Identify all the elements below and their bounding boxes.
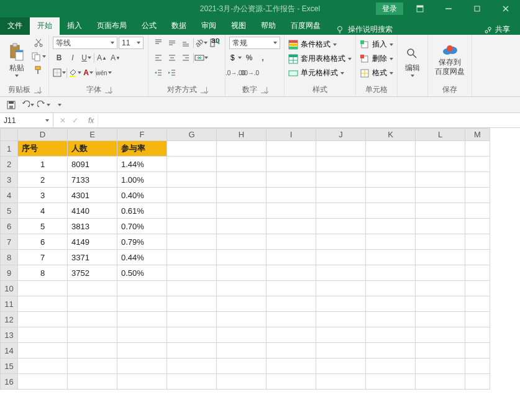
cell[interactable]: 8 bbox=[18, 265, 68, 281]
cell[interactable]: 0.61% bbox=[117, 203, 167, 219]
cell[interactable] bbox=[267, 343, 316, 358]
cell[interactable] bbox=[416, 141, 465, 157]
cell[interactable]: 4149 bbox=[68, 234, 117, 250]
column-header[interactable]: E bbox=[68, 129, 117, 141]
enter-formula-button[interactable]: ✓ bbox=[72, 116, 78, 125]
row-header[interactable]: 9 bbox=[1, 265, 18, 281]
row-header[interactable]: 2 bbox=[1, 157, 18, 172]
row-header[interactable]: 6 bbox=[1, 219, 18, 234]
formula-input[interactable] bbox=[98, 113, 520, 127]
cell[interactable] bbox=[316, 327, 366, 343]
cell[interactable] bbox=[366, 296, 416, 312]
comma-button[interactable]: , bbox=[257, 52, 269, 64]
cell[interactable]: 3752 bbox=[68, 265, 117, 281]
save-button[interactable] bbox=[5, 99, 17, 111]
font-size-combo[interactable]: 11 bbox=[119, 37, 144, 49]
cell[interactable] bbox=[366, 265, 416, 281]
cell[interactable] bbox=[366, 358, 416, 374]
cell[interactable] bbox=[316, 188, 366, 203]
cell[interactable] bbox=[68, 358, 117, 374]
cell-styles-button[interactable]: 单元格样式 bbox=[288, 68, 352, 78]
tab-baidu[interactable]: 百度网盘 bbox=[283, 17, 328, 35]
align-left-button[interactable] bbox=[152, 52, 165, 64]
cut-button[interactable] bbox=[32, 37, 45, 49]
font-color-button[interactable]: A bbox=[82, 66, 94, 79]
redo-button[interactable] bbox=[37, 99, 50, 111]
cell[interactable] bbox=[267, 157, 316, 172]
cell[interactable] bbox=[316, 157, 366, 172]
cell[interactable] bbox=[267, 188, 316, 203]
accounting-format-button[interactable]: $ bbox=[229, 52, 242, 64]
cell[interactable] bbox=[366, 157, 416, 172]
cell[interactable] bbox=[117, 343, 167, 358]
cell[interactable] bbox=[217, 172, 267, 188]
cancel-formula-button[interactable]: ✕ bbox=[60, 116, 66, 125]
column-header[interactable]: F bbox=[117, 129, 167, 141]
name-box[interactable]: J11 bbox=[0, 113, 53, 127]
cell[interactable] bbox=[416, 296, 465, 312]
cell[interactable] bbox=[465, 312, 490, 327]
cell[interactable] bbox=[117, 374, 167, 390]
cell[interactable] bbox=[167, 203, 217, 219]
cell[interactable] bbox=[267, 172, 316, 188]
cell[interactable] bbox=[217, 250, 267, 265]
cell[interactable] bbox=[416, 172, 465, 188]
cell[interactable] bbox=[366, 374, 416, 390]
tab-formula[interactable]: 公式 bbox=[134, 17, 164, 35]
cell[interactable] bbox=[68, 374, 117, 390]
align-bottom-button[interactable] bbox=[180, 37, 192, 49]
cell[interactable] bbox=[217, 219, 267, 234]
cell[interactable] bbox=[18, 358, 68, 374]
align-center-button[interactable] bbox=[166, 52, 178, 64]
login-button[interactable]: 登录 bbox=[376, 2, 403, 15]
cell[interactable]: 6 bbox=[18, 234, 68, 250]
align-middle-button[interactable] bbox=[166, 37, 178, 49]
align-top-button[interactable] bbox=[152, 37, 165, 49]
tab-layout[interactable]: 页面布局 bbox=[89, 17, 134, 35]
wrap-text-button[interactable]: ab bbox=[209, 37, 221, 49]
row-header[interactable]: 12 bbox=[1, 312, 18, 327]
cell[interactable] bbox=[217, 343, 267, 358]
cell[interactable] bbox=[366, 281, 416, 296]
share-button[interactable]: 共享 bbox=[479, 24, 515, 35]
cell[interactable] bbox=[167, 265, 217, 281]
paste-button[interactable]: 粘贴 bbox=[4, 37, 30, 83]
cell[interactable] bbox=[316, 312, 366, 327]
cell[interactable] bbox=[416, 327, 465, 343]
cell[interactable] bbox=[465, 250, 490, 265]
cell[interactable] bbox=[416, 188, 465, 203]
column-header[interactable]: H bbox=[217, 129, 267, 141]
cell[interactable]: 0.40% bbox=[117, 188, 167, 203]
cell[interactable] bbox=[416, 374, 465, 390]
cell[interactable] bbox=[167, 234, 217, 250]
cell[interactable]: 0.50% bbox=[117, 265, 167, 281]
cell[interactable] bbox=[117, 296, 167, 312]
save-baidu-button[interactable]: 保存到 百度网盘 bbox=[432, 37, 468, 83]
editing-button[interactable]: 编辑 bbox=[401, 37, 424, 86]
cell[interactable] bbox=[465, 234, 490, 250]
cell[interactable] bbox=[117, 281, 167, 296]
cell[interactable] bbox=[465, 281, 490, 296]
cell[interactable] bbox=[68, 296, 117, 312]
bold-button[interactable]: B bbox=[53, 52, 65, 64]
cell[interactable]: 3371 bbox=[68, 250, 117, 265]
tab-insert[interactable]: 插入 bbox=[60, 17, 89, 35]
column-header[interactable]: G bbox=[167, 129, 217, 141]
cell[interactable] bbox=[267, 265, 316, 281]
merge-button[interactable] bbox=[195, 52, 208, 64]
select-all-corner[interactable] bbox=[1, 129, 18, 141]
cell[interactable] bbox=[267, 327, 316, 343]
cell[interactable] bbox=[167, 188, 217, 203]
cell[interactable] bbox=[416, 343, 465, 358]
cell[interactable] bbox=[167, 296, 217, 312]
cell[interactable] bbox=[316, 203, 366, 219]
format-cells-button[interactable]: 格式 bbox=[360, 68, 393, 78]
cell[interactable] bbox=[366, 343, 416, 358]
cell[interactable] bbox=[316, 358, 366, 374]
cell[interactable] bbox=[68, 281, 117, 296]
cell[interactable] bbox=[267, 250, 316, 265]
increase-indent-button[interactable] bbox=[166, 66, 178, 79]
cell[interactable]: 参与率 bbox=[117, 141, 167, 157]
underline-button[interactable]: U bbox=[80, 52, 93, 64]
cell[interactable] bbox=[465, 358, 490, 374]
